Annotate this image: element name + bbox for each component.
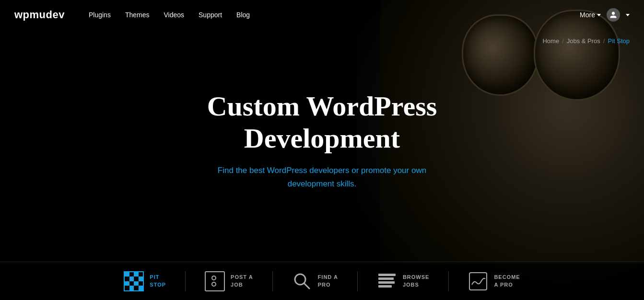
svg-line-1 — [304, 283, 309, 288]
breadcrumb-jobs[interactable]: Jobs & Pros — [567, 37, 600, 45]
browsejobs-icon — [377, 271, 397, 291]
breadcrumb: Home / Jobs & Pros / Pit Stop — [542, 37, 630, 45]
nav-plugins[interactable]: Plugins — [89, 11, 111, 19]
svg-rect-6 — [469, 273, 487, 290]
becomepro-label: BECOME A PRO — [494, 274, 520, 288]
user-icon — [609, 11, 617, 19]
nav-pitstop[interactable]: PIT STOP — [105, 271, 186, 291]
browsejobs-label: BROWSE JOBS — [403, 274, 430, 288]
nav-blog[interactable]: Blog — [236, 11, 250, 19]
breadcrumb-current: Pit Stop — [608, 37, 630, 45]
breadcrumb-home[interactable]: Home — [542, 37, 559, 45]
hero-title: Custom WordPress Development — [142, 91, 502, 154]
header-right: More — [580, 8, 630, 22]
svg-rect-4 — [378, 281, 395, 284]
svg-rect-2 — [378, 274, 396, 276]
svg-rect-5 — [378, 285, 392, 288]
pitstop-icon — [124, 271, 144, 291]
bottom-navigation: PIT STOP POST A JOB — [0, 262, 644, 300]
site-logo[interactable]: wpmudev — [14, 9, 65, 21]
pitstop-label: PIT STOP — [150, 274, 166, 288]
hero-subtitle: Find the best WordPress developers or pr… — [142, 164, 502, 190]
nav-browsejobs[interactable]: BROWSE JOBS — [358, 271, 449, 291]
hero-section: wpmudev Plugins Themes Videos Support Bl… — [0, 0, 644, 300]
svg-rect-3 — [378, 277, 394, 280]
more-menu-button[interactable]: More — [580, 11, 601, 19]
nav-becomepro[interactable]: BECOME A PRO — [449, 271, 539, 291]
nav-findpro[interactable]: FIND A PRO — [273, 271, 358, 291]
breadcrumb-sep-2: / — [603, 37, 605, 45]
postjob-icon — [205, 271, 225, 291]
site-header: wpmudev Plugins Themes Videos Support Bl… — [0, 0, 644, 30]
findpro-icon — [292, 271, 312, 291]
user-dropdown-icon[interactable] — [626, 14, 630, 16]
hero-content: Custom WordPress Development Find the be… — [142, 91, 502, 190]
findpro-label: FIND A PRO — [318, 274, 338, 288]
main-nav: Plugins Themes Videos Support Blog — [89, 11, 580, 19]
nav-themes[interactable]: Themes — [125, 11, 150, 19]
breadcrumb-sep-1: / — [562, 37, 564, 45]
postjob-label: POST A JOB — [231, 274, 253, 288]
nav-support[interactable]: Support — [199, 11, 222, 19]
becomepro-icon — [468, 271, 488, 291]
nav-videos[interactable]: Videos — [164, 11, 184, 19]
nav-postjob[interactable]: POST A JOB — [186, 271, 273, 291]
chevron-down-icon — [597, 14, 601, 16]
user-avatar-button[interactable] — [607, 8, 620, 22]
